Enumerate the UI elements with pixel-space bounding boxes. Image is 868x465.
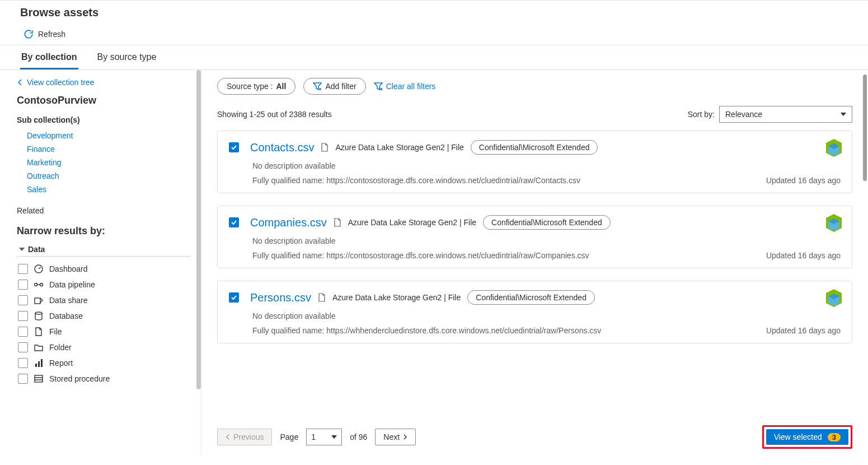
tab-by-source-type[interactable]: By source type bbox=[96, 45, 158, 69]
next-label: Next bbox=[383, 433, 400, 441]
facet-folder[interactable]: Folder bbox=[17, 340, 191, 355]
facet-label: Data share bbox=[49, 296, 87, 305]
facet-list: Dashboard Data pipeline Data share bbox=[17, 261, 191, 387]
tabs: By collection By source type bbox=[0, 45, 868, 70]
asset-name-link[interactable]: Companies.csv bbox=[250, 216, 327, 229]
page-label: Page bbox=[280, 433, 298, 441]
facet-dashboard[interactable]: Dashboard bbox=[17, 261, 191, 277]
asset-updated: Updated 16 days ago bbox=[766, 251, 841, 260]
checkbox[interactable] bbox=[18, 374, 28, 384]
page-current: 1 bbox=[311, 433, 316, 441]
view-collection-tree-link[interactable]: View collection tree bbox=[17, 78, 191, 87]
sort-area: Sort by: Relevance bbox=[688, 106, 852, 123]
tab-by-collection[interactable]: By collection bbox=[20, 45, 78, 69]
asset-fqn: Fully qualified name: https://contososto… bbox=[252, 251, 589, 260]
asset-fqn: Fully qualified name: https://contososto… bbox=[252, 176, 580, 185]
page-of-total: of 96 bbox=[350, 433, 367, 441]
view-selected-button[interactable]: View selected 3 bbox=[766, 429, 848, 445]
chevron-right-icon bbox=[403, 434, 407, 440]
filter-bar: Source type : All Add filter Clear all f… bbox=[217, 78, 852, 95]
facet-data-pipeline[interactable]: Data pipeline bbox=[17, 277, 191, 292]
facet-report[interactable]: Report bbox=[17, 355, 191, 371]
back-link-label: View collection tree bbox=[27, 78, 94, 87]
filter-clear-icon bbox=[374, 82, 383, 91]
main-scrollbar[interactable] bbox=[863, 75, 867, 181]
results-header: Showing 1-25 out of 2388 results Sort by… bbox=[217, 106, 852, 123]
checkbox[interactable] bbox=[18, 295, 28, 305]
refresh-button[interactable]: Refresh bbox=[20, 27, 69, 41]
source-type-filter[interactable]: Source type : All bbox=[217, 78, 295, 95]
caret-down-icon bbox=[19, 248, 25, 251]
facet-label: Data pipeline bbox=[49, 280, 95, 289]
clear-all-filters-button[interactable]: Clear all filters bbox=[374, 82, 436, 91]
sidebar: View collection tree ContosoPurview Sub … bbox=[0, 70, 201, 457]
add-filter-button[interactable]: Add filter bbox=[303, 78, 365, 95]
report-icon bbox=[34, 358, 44, 368]
checkbox[interactable] bbox=[18, 342, 28, 352]
result-checkbox[interactable] bbox=[229, 142, 239, 152]
result-checkbox[interactable] bbox=[229, 292, 239, 303]
subcollection-outreach[interactable]: Outreach bbox=[27, 169, 191, 183]
asset-fqn: Fully qualified name: https://whhendercl… bbox=[252, 326, 601, 335]
checkbox[interactable] bbox=[18, 358, 28, 368]
facet-label: Database bbox=[49, 311, 83, 320]
facet-stored-procedure[interactable]: Stored procedure bbox=[17, 371, 191, 387]
sort-label: Sort by: bbox=[688, 110, 715, 119]
classification-pill: Confidential\Microsoft Extended bbox=[471, 140, 598, 155]
facet-group-data[interactable]: Data bbox=[17, 243, 191, 257]
share-icon bbox=[34, 295, 44, 305]
facet-group-label: Data bbox=[28, 245, 45, 254]
sub-collections-title: Sub collection(s) bbox=[17, 115, 191, 124]
subcollection-sales[interactable]: Sales bbox=[27, 183, 191, 196]
facet-data-share[interactable]: Data share bbox=[17, 292, 191, 308]
pipeline-icon bbox=[34, 280, 44, 290]
facet-label: Folder bbox=[49, 343, 72, 352]
sort-select[interactable]: Relevance bbox=[719, 106, 852, 123]
subcollection-finance[interactable]: Finance bbox=[27, 142, 191, 156]
facet-label: Report bbox=[49, 359, 73, 368]
selected-count-badge: 3 bbox=[828, 433, 841, 441]
asset-name-link[interactable]: Persons.csv bbox=[250, 291, 311, 304]
filter-add-icon bbox=[313, 82, 322, 91]
svg-rect-6 bbox=[38, 361, 40, 367]
chevron-left-icon bbox=[226, 434, 230, 440]
previous-button: Previous bbox=[217, 429, 272, 445]
svg-rect-7 bbox=[41, 359, 43, 367]
adls-icon bbox=[826, 139, 842, 157]
subcollection-marketing[interactable]: Marketing bbox=[27, 156, 191, 169]
asset-name-link[interactable]: Contacts.csv bbox=[250, 141, 314, 154]
svg-point-2 bbox=[40, 283, 43, 286]
checkbox[interactable] bbox=[18, 311, 28, 321]
svg-rect-3 bbox=[35, 298, 40, 304]
facet-label: File bbox=[49, 327, 62, 336]
filter-key: Source type : bbox=[227, 82, 273, 91]
add-filter-label: Add filter bbox=[325, 82, 356, 91]
results-footer: Previous Page 1 of 96 Next View selected… bbox=[217, 420, 852, 457]
file-icon bbox=[318, 293, 326, 302]
refresh-icon bbox=[24, 29, 34, 39]
page-title-bar: Browse assets bbox=[0, 0, 868, 24]
sidebar-scrollbar[interactable] bbox=[196, 70, 201, 389]
subcollection-development[interactable]: Development bbox=[27, 129, 191, 142]
result-card: Persons.csv Azure Data Lake Storage Gen2… bbox=[217, 281, 852, 343]
file-icon bbox=[334, 218, 341, 227]
next-button[interactable]: Next bbox=[375, 429, 416, 445]
checkbox[interactable] bbox=[18, 280, 28, 290]
asset-source: Azure Data Lake Storage Gen2 | File bbox=[332, 293, 461, 302]
checkbox[interactable] bbox=[18, 327, 28, 337]
page-select[interactable]: 1 bbox=[306, 429, 342, 445]
checkbox[interactable] bbox=[18, 264, 28, 274]
facet-database[interactable]: Database bbox=[17, 308, 191, 324]
facet-file[interactable]: File bbox=[17, 324, 191, 340]
view-selected-label: View selected bbox=[774, 433, 822, 441]
result-checkbox[interactable] bbox=[229, 217, 239, 227]
chevron-left-icon bbox=[17, 79, 24, 86]
related-title: Related bbox=[17, 206, 191, 215]
file-icon bbox=[34, 327, 44, 337]
svg-rect-5 bbox=[35, 364, 37, 367]
toolbar: Refresh bbox=[0, 24, 868, 45]
svg-point-1 bbox=[35, 283, 37, 286]
results-showing: Showing 1-25 out of 2388 results bbox=[217, 110, 332, 119]
clear-filters-label: Clear all filters bbox=[386, 82, 436, 91]
stored-procedure-icon bbox=[34, 374, 44, 384]
